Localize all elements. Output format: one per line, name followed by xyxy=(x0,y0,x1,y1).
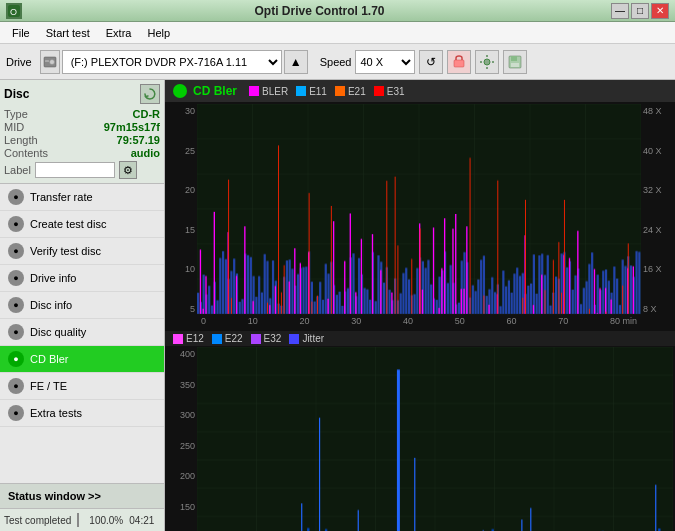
disc-info-icon: ● xyxy=(8,297,24,313)
legend-e11-label: E11 xyxy=(309,86,327,97)
disc-label-input[interactable] xyxy=(35,162,115,178)
close-button[interactable]: ✕ xyxy=(651,3,669,19)
svg-rect-4 xyxy=(45,60,49,62)
menu-start-test[interactable]: Start test xyxy=(38,25,98,41)
window-title: Opti Drive Control 1.70 xyxy=(28,4,611,18)
svg-rect-5 xyxy=(454,60,464,67)
status-text: Test completed xyxy=(4,515,71,526)
sidebar-item-drive-info[interactable]: ● Drive info xyxy=(0,265,164,292)
sidebar-item-disc-info[interactable]: ● Disc info xyxy=(0,292,164,319)
title-bar: O Opti Drive Control 1.70 — □ ✕ xyxy=(0,0,675,22)
legend-e31-label: E31 xyxy=(387,86,405,97)
svg-rect-9 xyxy=(511,63,519,67)
erase-button[interactable] xyxy=(447,50,471,74)
config-button[interactable] xyxy=(475,50,499,74)
drive-info-icon: ● xyxy=(8,270,24,286)
disc-mid-value: 97m15s17f xyxy=(104,121,160,133)
main-area: Disc Type CD-R MID 97m15s17f Length 79:5… xyxy=(0,80,675,531)
legend-jitter: Jitter xyxy=(289,333,324,344)
top-y-axis: 30252015105 xyxy=(167,104,197,330)
disc-length-label: Length xyxy=(4,134,38,146)
cd-bler-icon: ● xyxy=(8,351,24,367)
svg-point-6 xyxy=(484,59,490,65)
sidebar-item-disc-info-label: Disc info xyxy=(30,299,72,311)
chart-title: CD Bler xyxy=(193,84,237,98)
sidebar-item-transfer-rate[interactable]: ● Transfer rate xyxy=(0,184,164,211)
sidebar-item-fe-te[interactable]: ● FE / TE xyxy=(0,373,164,400)
chart-icon xyxy=(173,84,187,98)
minimize-button[interactable]: — xyxy=(611,3,629,19)
legend-e32: E32 xyxy=(251,333,282,344)
speed-select[interactable]: 40 X xyxy=(355,50,415,74)
menu-file[interactable]: File xyxy=(4,25,38,41)
status-window-label: Status window >> xyxy=(8,490,101,502)
legend-e22: E22 xyxy=(212,333,243,344)
disc-title: Disc xyxy=(4,87,29,101)
drive-icon xyxy=(40,50,60,74)
top-y-axis-right: 48 X40 X32 X24 X16 X8 X xyxy=(641,104,673,330)
svg-text:O: O xyxy=(10,7,17,17)
legend-e12: E12 xyxy=(173,333,204,344)
verify-test-disc-icon: ● xyxy=(8,243,24,259)
disc-length-value: 79:57.19 xyxy=(117,134,160,146)
chart-header: CD Bler BLER E11 E21 E31 xyxy=(165,80,675,102)
top-chart: 0 10 20 30 40 50 60 70 80 min xyxy=(197,104,641,330)
sidebar-item-disc-quality-label: Disc quality xyxy=(30,326,86,338)
top-x-labels: 0 10 20 30 40 50 60 70 80 min xyxy=(197,316,641,330)
extra-tests-icon: ● xyxy=(8,405,24,421)
disc-mid-label: MID xyxy=(4,121,24,133)
progress-track xyxy=(77,513,79,527)
fe-te-icon: ● xyxy=(8,378,24,394)
progress-time: 04:21 xyxy=(129,515,161,526)
sidebar-item-drive-info-label: Drive info xyxy=(30,272,76,284)
refresh-button[interactable]: ↺ xyxy=(419,50,443,74)
disc-refresh-button[interactable] xyxy=(140,84,160,104)
drive-label: Drive xyxy=(6,56,32,68)
bottom-chart: 0 10 20 30 40 50 60 70 80 min xyxy=(197,347,673,531)
legend-bler-label: BLER xyxy=(262,86,288,97)
sidebar: Disc Type CD-R MID 97m15s17f Length 79:5… xyxy=(0,80,165,531)
window-controls[interactable]: — □ ✕ xyxy=(611,3,669,19)
disc-type-value: CD-R xyxy=(133,108,161,120)
disc-contents-value: audio xyxy=(131,147,160,159)
menu-help[interactable]: Help xyxy=(139,25,178,41)
speed-label: Speed xyxy=(320,56,352,68)
bottom-legend: E12 E22 E32 Jitter xyxy=(165,331,675,346)
content-area: CD Bler BLER E11 E21 E31 30252015105 xyxy=(165,80,675,531)
sidebar-item-create-test-disc-label: Create test disc xyxy=(30,218,106,230)
menu-extra[interactable]: Extra xyxy=(98,25,140,41)
disc-contents-label: Contents xyxy=(4,147,48,159)
sidebar-item-extra-tests-label: Extra tests xyxy=(30,407,82,419)
bottom-y-axis: 40035030025020015010050 xyxy=(167,347,197,531)
create-test-disc-icon: ● xyxy=(8,216,24,232)
sidebar-item-cd-bler[interactable]: ● CD Bler xyxy=(0,346,164,373)
legend-e21: E21 xyxy=(335,86,366,97)
drive-select[interactable]: (F:) PLEXTOR DVDR PX-716A 1.11 xyxy=(62,50,282,74)
disc-quality-icon: ● xyxy=(8,324,24,340)
disc-label-settings-button[interactable]: ⚙ xyxy=(119,161,137,179)
top-chart-container: 30252015105 0 10 20 30 40 50 60 70 80 mi… xyxy=(167,104,673,330)
menu-bar: File Start test Extra Help xyxy=(0,22,675,44)
maximize-button[interactable]: □ xyxy=(631,3,649,19)
legend-bler: BLER xyxy=(249,86,288,97)
sidebar-item-transfer-rate-label: Transfer rate xyxy=(30,191,93,203)
disc-type-label: Type xyxy=(4,108,28,120)
sidebar-item-verify-test-disc[interactable]: ● Verify test disc xyxy=(0,238,164,265)
eject-button[interactable]: ▲ xyxy=(284,50,308,74)
save-button[interactable] xyxy=(503,50,527,74)
progress-bar-area: Test completed 100.0% 04:21 xyxy=(0,509,164,531)
transfer-rate-icon: ● xyxy=(8,189,24,205)
toolbar: Drive (F:) PLEXTOR DVDR PX-716A 1.11 ▲ S… xyxy=(0,44,675,80)
sidebar-item-disc-quality[interactable]: ● Disc quality xyxy=(0,319,164,346)
legend-e31: E31 xyxy=(374,86,405,97)
svg-point-3 xyxy=(49,59,54,64)
status-window-button[interactable]: Status window >> xyxy=(0,483,164,509)
svg-rect-8 xyxy=(511,56,517,61)
progress-percent: 100.0% xyxy=(85,515,123,526)
legend-e21-label: E21 xyxy=(348,86,366,97)
bottom-chart-container: 40035030025020015010050 0 10 20 30 40 50… xyxy=(167,347,673,531)
sidebar-item-create-test-disc[interactable]: ● Create test disc xyxy=(0,211,164,238)
legend-e11: E11 xyxy=(296,86,327,97)
sidebar-nav: ● Transfer rate ● Create test disc ● Ver… xyxy=(0,184,164,483)
sidebar-item-extra-tests[interactable]: ● Extra tests xyxy=(0,400,164,427)
